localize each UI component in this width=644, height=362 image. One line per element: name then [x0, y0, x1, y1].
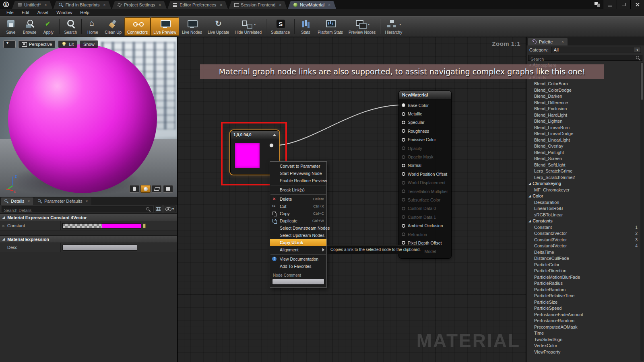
window-tab-newmaterial[interactable]: NewMaterial×	[288, 1, 336, 9]
palette-item-lerp-scratchgrime[interactable]: Lerp_ScratchGrime	[526, 168, 640, 175]
toolbar-button-hierarchy[interactable]: ▾Hierarchy	[382, 17, 405, 36]
context-menu-item-add-to-favorites[interactable]: Add To Favorites	[270, 263, 326, 270]
toolbar-button-search[interactable]: Search	[61, 17, 80, 36]
tab-close-icon[interactable]: ×	[103, 3, 105, 7]
palette-item-blend-hardlight[interactable]: Blend_HardLight	[526, 112, 640, 118]
palette-item-distancecullfade[interactable]: DistanceCullFade	[526, 255, 640, 262]
context-menu-item-copy-ulink[interactable]: Copy ULink	[270, 239, 326, 246]
pin-circle-icon[interactable]	[402, 121, 405, 124]
palette-item-particledirection[interactable]: ParticleDirection	[526, 268, 640, 274]
palette-item-particlerelativetime[interactable]: ParticleRelativeTime	[526, 293, 640, 299]
pin-circle-icon[interactable]	[402, 198, 405, 202]
palette-item-constant3vector[interactable]: Constant3Vector3	[526, 237, 640, 243]
material-pin-custom-data-1[interactable]: Custom Data 1	[399, 213, 451, 221]
expander-icon[interactable]: ▷	[2, 224, 5, 228]
tab-close-icon[interactable]: ×	[279, 3, 281, 7]
toolbar-button-preview-nodes[interactable]: ▾Preview Nodes	[346, 17, 378, 36]
context-menu-item-start-previewing-node[interactable]: Start Previewing Node	[270, 170, 326, 177]
toolbar-button-platform-stats[interactable]: Platform Stats	[315, 17, 346, 36]
color-swatch[interactable]	[62, 223, 141, 228]
window-tab-editor-preferences[interactable]: Editor Preferences×	[167, 1, 228, 9]
material-pin-tessellation-multiplier[interactable]: Tessellation Multiplier	[399, 187, 451, 195]
context-menu-item-cut[interactable]: CutCtrl+X	[270, 203, 326, 210]
desc-input[interactable]	[62, 245, 137, 251]
swatch-marker-icon[interactable]	[143, 224, 146, 228]
palette-item-particlespeed[interactable]: ParticleSpeed	[526, 305, 640, 312]
dropdown-caret-icon[interactable]: ▾	[368, 23, 369, 26]
menu-file[interactable]: File	[2, 10, 18, 15]
toolbar-button-browse[interactable]: Browse	[20, 17, 39, 36]
tab-close-icon[interactable]: ×	[28, 199, 30, 203]
palette-tab[interactable]: Palette ×	[528, 38, 568, 45]
viewport-mode-button-plane-preview-icon[interactable]	[152, 185, 162, 193]
node-comment-input[interactable]	[272, 279, 324, 285]
viewport-button-dropdown[interactable]	[3, 40, 16, 48]
pin-circle-icon[interactable]	[402, 138, 405, 142]
category-dropdown[interactable]: All ▾	[551, 47, 641, 53]
viewport-button-show[interactable]: Show	[80, 40, 98, 48]
window-tab-untitled[interactable]: Untitled*×	[12, 1, 52, 9]
material-pin-ambient-occlusion[interactable]: Ambient Occlusion	[399, 221, 451, 230]
palette-item-blend-colordodge[interactable]: Blend_ColorDodge	[526, 87, 640, 93]
palette-item-blend-softlight[interactable]: Blend_SoftLight	[526, 162, 640, 168]
toolbar-button-apply[interactable]: Apply	[39, 17, 58, 36]
material-pin-emissive-color[interactable]: Emissive Color	[399, 136, 451, 144]
material-pin-opacity[interactable]: Opacity	[399, 144, 451, 152]
palette-item-particlecolor[interactable]: ParticleColor	[526, 261, 640, 268]
material-result-node[interactable]: NewMaterial Base ColorMetallicSpecularRo…	[398, 90, 452, 259]
menu-window[interactable]: Window	[52, 10, 76, 15]
palette-item-constant4vector[interactable]: Constant4Vector4	[526, 243, 640, 249]
details-search-input[interactable]	[2, 208, 152, 213]
palette-item-particlerandom[interactable]: ParticleRandom	[526, 286, 640, 293]
toolbar-button-home[interactable]: Home	[83, 17, 102, 36]
node-header[interactable]: NewMaterial	[399, 91, 451, 99]
material-pin-metallic[interactable]: Metallic	[399, 109, 451, 118]
palette-item-particleradius[interactable]: ParticleRadius	[526, 280, 640, 287]
palette-item-blend-pinlight[interactable]: Blend_PinLight	[526, 149, 640, 156]
details-section-header-material-expression[interactable]: ◢ Material Expression	[0, 235, 177, 243]
palette-item-blend-darken[interactable]: Blend_Darken	[526, 93, 640, 100]
pin-circle-icon[interactable]	[402, 164, 405, 167]
palette-item-blend-screen[interactable]: Blend_Screen	[526, 156, 640, 162]
dropdown-caret-icon[interactable]: ▾	[399, 23, 401, 26]
tab-close-icon[interactable]: ×	[159, 3, 161, 7]
pin-circle-icon[interactable]	[402, 241, 405, 245]
pin-circle-icon[interactable]	[402, 181, 405, 185]
dropdown-caret-icon[interactable]: ▾	[254, 23, 256, 26]
palette-item-particlesize[interactable]: ParticleSize	[526, 299, 640, 305]
expand-arrow-icon[interactable]: ◢	[528, 182, 531, 185]
material-graph-canvas[interactable]: Zoom 1:1 MATERIAL NewMaterial Base Color…	[178, 37, 526, 362]
toolbar-button-substance[interactable]: Substance	[268, 17, 293, 36]
material-pin-world-displacement[interactable]: World Displacement	[399, 179, 451, 187]
details-section-header-constant4vector[interactable]: ◢ Material Expression Constant 4Vector	[0, 214, 177, 221]
toolbar-button-hide-unrelated[interactable]: ▾Hide Unrelated	[232, 17, 264, 36]
property-label[interactable]: ▷ Constant	[0, 223, 60, 228]
scrollbar[interactable]	[640, 62, 644, 361]
context-menu-item-select-downstream-nodes[interactable]: Select Downstream Nodes	[270, 224, 326, 232]
context-menu-item-break-link-s[interactable]: Break Link(s)	[270, 186, 326, 193]
scrollbar-thumb[interactable]	[641, 63, 643, 100]
toolbar-button-save[interactable]: Save	[2, 17, 20, 36]
palette-item-viewproperty[interactable]: ViewProperty	[526, 349, 640, 355]
palette-search-input[interactable]	[528, 57, 642, 62]
material-pin-refraction[interactable]: Refraction	[399, 230, 451, 239]
palette-search-box[interactable]	[528, 55, 642, 61]
palette-item-blend-difference[interactable]: Blend_Difference	[526, 99, 640, 106]
toolbar-button-stats[interactable]: Stats	[296, 17, 315, 36]
tab-close-icon[interactable]: ×	[561, 40, 564, 44]
restore-button[interactable]	[617, 0, 630, 9]
expand-arrow-icon[interactable]: ◢	[528, 194, 531, 198]
details-tab-parameter-defaults[interactable]: Parameter Defaults×	[34, 197, 91, 205]
palette-item-srgbtolinear[interactable]: sRGBToLinear	[526, 212, 640, 218]
minimize-button[interactable]	[603, 0, 617, 9]
pin-circle-icon[interactable]	[402, 112, 405, 116]
palette-item-particlemotionblurfade[interactable]: ParticleMotionBlurFade	[526, 274, 640, 280]
pin-circle-icon[interactable]	[402, 207, 405, 210]
material-pin-specular[interactable]: Specular	[399, 118, 451, 127]
context-menu-item-view-documentation[interactable]: View Documentation	[270, 255, 326, 263]
window-tab-project-settings[interactable]: Project Settings×	[112, 1, 167, 9]
viewport-mode-button-sphere-preview-icon[interactable]	[140, 185, 151, 193]
close-button[interactable]	[630, 0, 644, 9]
pin-circle-icon[interactable]	[402, 215, 405, 219]
window-tab-find-in-blueprints[interactable]: Find in Blueprints×	[53, 1, 111, 9]
